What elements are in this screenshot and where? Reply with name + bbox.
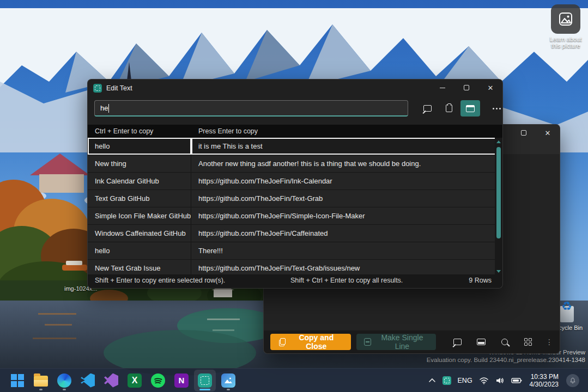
row-value-cell[interactable]: Another new thing asdf another! this is …: [191, 155, 502, 172]
results-table: hello it is me This is a test New thing …: [88, 138, 502, 275]
edge-icon: [57, 373, 71, 388]
make-single-line-button[interactable]: Make Single Line: [356, 334, 436, 350]
watermark-line2: Evaluation copy. Build 23440.ni_prerelea…: [427, 356, 585, 364]
table-row[interactable]: Simple Icon File Maker GitHub https://gi…: [88, 207, 502, 225]
window-title: Edit Text: [106, 84, 132, 92]
column-header-key[interactable]: Ctrl + Enter to copy: [88, 127, 191, 135]
picture-tile-icon: [551, 4, 580, 34]
edit-window-icon[interactable]: [419, 100, 436, 117]
recycle-bin-glyph: ♻: [557, 301, 576, 323]
spotify-icon: [151, 373, 165, 388]
more-options-partial-icon[interactable]: ⋮: [545, 338, 553, 346]
table-row[interactable]: New Text Grab Issue https://github.com/T…: [88, 260, 502, 275]
wifi-icon[interactable]: [476, 370, 492, 391]
start-button[interactable]: [7, 370, 28, 391]
close-button[interactable]: ✕: [478, 79, 502, 96]
system-tray: ENG 10:33 PM 4/30/2023: [425, 370, 588, 391]
table-row[interactable]: Ink Calendar GitHub https://github.com/T…: [88, 173, 502, 190]
paste-icon[interactable]: [440, 100, 458, 117]
table-header: Ctrl + Enter to copy Press Enter to copy: [88, 125, 502, 138]
row-value-cell[interactable]: https://github.com/TheJoeFin/Simple-Icon…: [191, 207, 502, 224]
taskbar-visual-studio[interactable]: [100, 370, 122, 391]
search-value: he: [100, 104, 108, 112]
row-value-cell[interactable]: it is me This is a test: [191, 138, 502, 155]
taskbar-excel[interactable]: [124, 370, 146, 391]
maximize-button[interactable]: [512, 125, 536, 141]
row-key-cell[interactable]: Windows Caffeinated GitHub: [88, 225, 191, 242]
main-window-bottom-bar: Copy and Close Make Single Line ⋮: [264, 330, 560, 353]
column-header-value[interactable]: Press Enter to copy: [191, 127, 258, 135]
row-key-cell[interactable]: Ink Calendar GitHub: [88, 173, 191, 189]
text-grab-app-icon: [93, 84, 102, 93]
row-key-cell[interactable]: Simple Icon File Maker GitHub: [88, 207, 191, 224]
table-row[interactable]: Windows Caffeinated GitHub https://githu…: [88, 225, 502, 242]
more-options-icon[interactable]: [488, 100, 505, 117]
scroll-down-icon[interactable]: [496, 270, 501, 273]
taskbar-apps: [0, 370, 239, 391]
table-row[interactable]: hello it is me This is a test: [88, 138, 502, 155]
scroll-up-icon[interactable]: [496, 140, 501, 143]
tray-chevron-up-icon[interactable]: [425, 370, 439, 391]
vscode-icon: [81, 373, 95, 388]
taskbar-text-grab[interactable]: [194, 370, 216, 391]
tray-time: 10:33 PM: [530, 373, 559, 381]
notification-area[interactable]: [563, 370, 583, 391]
table-row[interactable]: Text Grab GitHub https://github.com/TheJ…: [88, 190, 502, 207]
taskbar-vscode[interactable]: [77, 370, 99, 391]
clock[interactable]: 10:33 PM 4/30/2023: [525, 373, 563, 388]
edit-text-window: Edit Text ✕ he Ctrl + Enter to copy Pres…: [87, 79, 503, 289]
row-value-cell[interactable]: https://github.com/TheJoeFin/Ink-Calenda…: [191, 173, 502, 189]
taskbar-spotify[interactable]: [147, 370, 169, 391]
edit-save-icon[interactable]: [450, 334, 465, 350]
minimize-button[interactable]: [431, 79, 454, 96]
make-single-line-label: Make Single Line: [376, 333, 428, 351]
search-icon[interactable]: [498, 334, 512, 350]
tray-text-grab-icon[interactable]: [439, 370, 454, 391]
footer-hint-center: Shift + Ctrl + Enter to copy all results…: [290, 277, 403, 284]
copy-and-close-label: Copy and Close: [290, 333, 342, 351]
visual-studio-icon: [104, 373, 118, 388]
table-row[interactable]: New thing Another new thing asdf another…: [88, 155, 502, 173]
row-key-cell[interactable]: New Text Grab Issue: [88, 260, 191, 275]
row-value-cell[interactable]: https://github.com/TheJoeFin/Caffeinated: [191, 225, 502, 242]
row-value-cell[interactable]: https://github.com/TheJoeFin/Text-Grab: [191, 190, 502, 207]
table-view-toggle[interactable]: [460, 100, 480, 117]
language-indicator[interactable]: ENG: [454, 370, 476, 391]
search-row: he: [94, 100, 496, 118]
notification-bell-badge: [566, 374, 579, 387]
taskbar-onenote[interactable]: [171, 370, 192, 391]
close-button[interactable]: ✕: [536, 125, 560, 141]
onenote-icon: [174, 373, 189, 388]
row-key-cell[interactable]: Text Grab GitHub: [88, 190, 191, 207]
edit-text-titlebar[interactable]: Edit Text ✕: [88, 79, 502, 97]
copy-and-close-button[interactable]: Copy and Close: [270, 334, 351, 350]
search-input[interactable]: he: [94, 100, 408, 117]
scrollbar-thumb[interactable]: [496, 147, 501, 238]
row-key-cell[interactable]: hello: [88, 138, 191, 155]
footer-hint-left: Shift + Enter to copy entire selected ro…: [95, 277, 225, 284]
excel-icon: [128, 373, 142, 388]
volume-icon[interactable]: [492, 370, 508, 391]
desktop: Learn about this picture img-1024x... ♻ …: [0, 0, 588, 392]
row-key-cell[interactable]: hello: [88, 242, 191, 259]
table-scrollbar[interactable]: [495, 138, 502, 275]
learn-about-label-line1: Learn about: [545, 36, 586, 42]
mountain-photo-icon: [558, 11, 573, 27]
text-grab-icon: [198, 373, 212, 388]
tray-date: 4/30/2023: [530, 381, 559, 388]
windows-logo-icon: [10, 373, 25, 388]
battery-icon[interactable]: [508, 370, 525, 391]
single-line-icon: [364, 338, 371, 346]
maximize-button[interactable]: [454, 79, 478, 96]
text-caret: [108, 104, 109, 113]
grid-icon[interactable]: [521, 334, 536, 350]
bottom-bar-icon[interactable]: [474, 334, 488, 350]
row-value-cell[interactable]: There!!!: [191, 242, 502, 259]
row-value-cell[interactable]: https://github.com/TheJoeFin/Text-Grab/i…: [191, 260, 502, 275]
row-key-cell[interactable]: New thing: [88, 155, 191, 172]
taskbar-edge[interactable]: [53, 370, 75, 391]
taskbar-file-explorer[interactable]: [30, 370, 52, 391]
learn-about-picture-icon[interactable]: Learn about this picture: [545, 4, 586, 49]
table-row[interactable]: hello There!!!: [88, 242, 502, 260]
taskbar-photos[interactable]: [217, 370, 239, 391]
